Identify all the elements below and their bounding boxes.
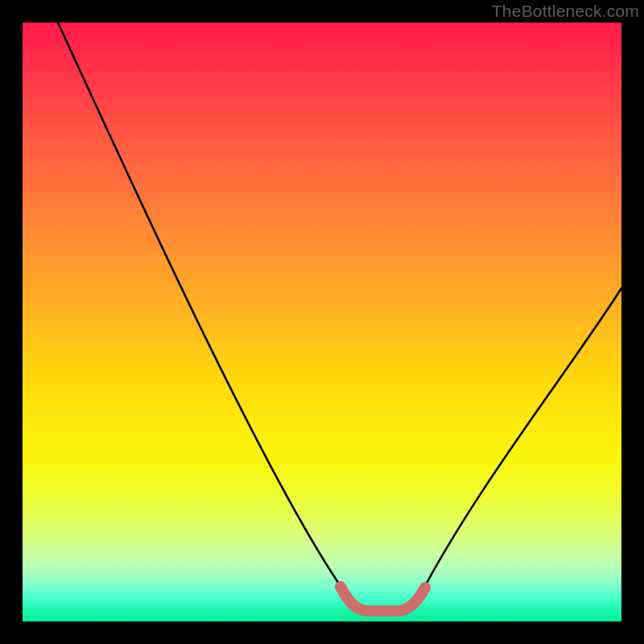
chart-plot-area	[23, 23, 621, 621]
chart-svg	[23, 23, 621, 621]
chart-frame: TheBottleneck.com	[0, 0, 644, 644]
curve-line	[58, 23, 621, 610]
attribution-text: TheBottleneck.com	[492, 2, 639, 21]
trough-highlight	[341, 587, 425, 611]
